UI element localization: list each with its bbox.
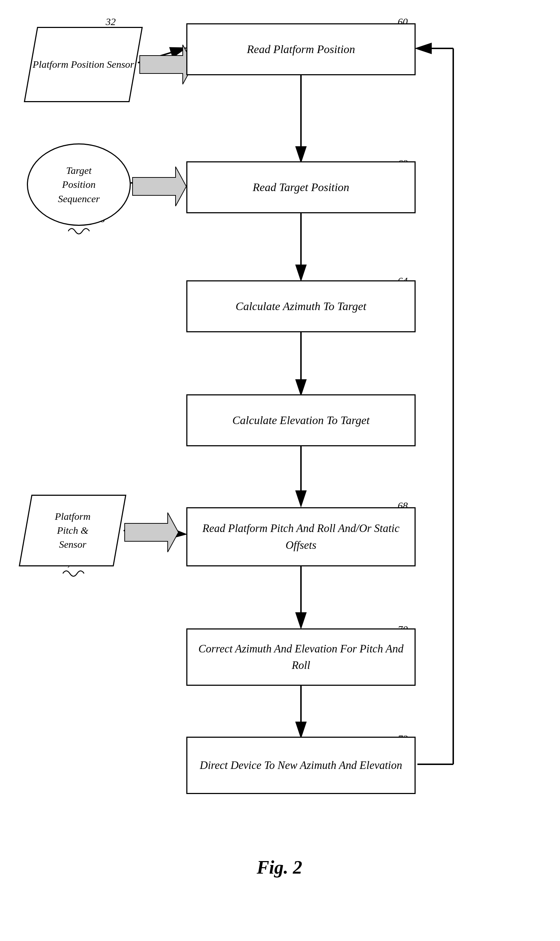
read-platform-pitch-box: Read Platform Pitch And Roll And/Or Stat…	[186, 507, 415, 567]
svg-marker-16	[125, 513, 178, 552]
platform-pitch-sensor-box: PlatformPitch &Sensor	[18, 495, 126, 567]
calculate-elevation-box: Calculate Elevation To Target	[186, 394, 415, 446]
calculate-azimuth-label: Calculate Azimuth To Target	[236, 300, 366, 313]
arrows-svg	[0, 0, 560, 941]
platform-position-sensor-box: Platform Position Sensor	[24, 27, 143, 102]
correct-azimuth-box: Correct Azimuth And Elevation For Pitch …	[186, 628, 415, 686]
read-platform-position-box: Read Platform Position	[186, 23, 415, 75]
platform-pitch-sensor-label: PlatformPitch &Sensor	[55, 510, 91, 552]
target-position-sequencer-box: TargetPositionSequencer	[27, 143, 131, 226]
calculate-azimuth-box: Calculate Azimuth To Target	[186, 280, 415, 332]
svg-line-8	[124, 531, 185, 534]
read-platform-pitch-label: Read Platform Pitch And Roll And/Or Stat…	[195, 520, 408, 553]
calculate-elevation-label: Calculate Elevation To Target	[232, 414, 369, 427]
read-platform-position-label: Read Platform Position	[247, 43, 355, 56]
direct-device-box: Direct Device To New Azimuth And Elevati…	[186, 737, 415, 794]
wavy-line	[68, 226, 89, 237]
figure-label: Fig. 2	[197, 857, 362, 878]
svg-line-2	[138, 48, 185, 63]
ref-32: 32	[106, 16, 116, 28]
wavy-line-2	[63, 568, 84, 579]
platform-position-sensor-label: Platform Position Sensor	[32, 57, 134, 71]
direct-device-label: Direct Device To New Azimuth And Elevati…	[200, 757, 402, 774]
correct-azimuth-label: Correct Azimuth And Elevation For Pitch …	[195, 641, 408, 674]
svg-line-3	[131, 183, 185, 186]
target-position-sequencer-label: TargetPositionSequencer	[58, 163, 100, 206]
diagram-container: 32 60 26 62 64 66 38, 40 68 70 72 Platfo…	[0, 0, 560, 941]
read-target-position-label: Read Target Position	[252, 181, 349, 194]
svg-marker-15	[132, 167, 186, 206]
read-target-position-box: Read Target Position	[186, 161, 415, 213]
svg-marker-14	[140, 45, 194, 84]
